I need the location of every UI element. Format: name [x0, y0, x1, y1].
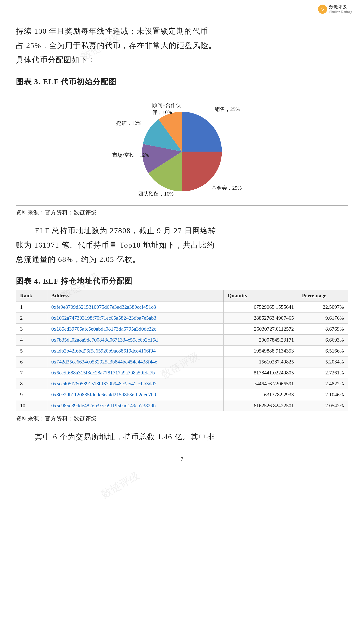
- chart4-source: 资料来源：官方资料；数链评级: [16, 415, 348, 422]
- cell-quantity: 26030727.0112572: [224, 324, 298, 335]
- logo-line2: Shulian Ratings: [329, 10, 352, 14]
- cell-percentage: 2.4822%: [298, 378, 348, 389]
- cell-percentage: 5.2034%: [298, 356, 348, 368]
- cell-address: 0x1062a747393198f70f71ec65a582423dba7e5a…: [47, 313, 224, 324]
- cell-percentage: 2.1046%: [298, 389, 348, 400]
- cell-address: 0x185ed39705afc5e0abda08173da6795a3d0dc2…: [47, 324, 224, 335]
- cell-quantity: 19549888.9134353: [224, 345, 298, 356]
- cell-quantity: 20007845.23171: [224, 335, 298, 345]
- label-market: 市场/空投，12%: [112, 152, 149, 158]
- cell-quantity: 15610287.49825: [224, 356, 298, 368]
- col-address: Address: [47, 290, 224, 302]
- pie-chart: 销售，25% 基金会，25% 团队预留，16% 市场/空投，12% 挖矿，12%…: [112, 100, 252, 199]
- cell-rank: 1: [16, 302, 47, 313]
- page-number: 7: [16, 456, 348, 462]
- col-quantity: Quantity: [224, 290, 298, 302]
- cell-rank: 5: [16, 345, 47, 356]
- cell-percentage: 9.6176%: [298, 313, 348, 324]
- cell-rank: 2: [16, 313, 47, 324]
- logo-line1: 数链评级: [329, 4, 352, 10]
- cell-address: 0x7b35da02a8a9de700843d0671334e55ec6b2c1…: [47, 335, 224, 345]
- cell-address: 0x6cc5f688a315f3dc28a7781717a9a798a59fda…: [47, 368, 224, 378]
- cell-rank: 3: [16, 324, 47, 335]
- address-table: Rank Address Quantity Percentage 1 0xfe9…: [16, 290, 348, 411]
- cell-quantity: 67529065.1555641: [224, 302, 298, 313]
- cell-rank: 6: [16, 356, 47, 368]
- col-percentage: Percentage: [298, 290, 348, 302]
- table-row: 9 0x80e2db1120835fdddc6ea4d215d8b3efb2de…: [16, 389, 348, 400]
- body-text-1: ELF 总持币地址数为 27808，截止 9 月 27 日网络转 账为 1613…: [16, 223, 348, 267]
- cell-quantity: 8178441.02249805: [224, 368, 298, 378]
- logo-icon: S: [318, 4, 328, 14]
- cell-address: 0x742d35cc6634c0532925a3b844bc454e4438f4…: [47, 356, 224, 368]
- table-row: 4 0x7b35da02a8a9de700843d0671334e55ec6b2…: [16, 335, 348, 345]
- cell-address: 0xfe9e8709d3215310075d67e3ed32a380ccf451…: [47, 302, 224, 313]
- label-sales: 销售，25%: [215, 106, 240, 113]
- table-row: 10 0x5c985e89dde482efe97ea9f1950ad149eb7…: [16, 400, 348, 411]
- chart3-container: 销售，25% 基金会，25% 团队预留，16% 市场/空投，12% 挖矿，12%…: [16, 92, 348, 205]
- label-advisor: 顾问+合作伙伴，10%: [152, 102, 181, 116]
- cell-rank: 9: [16, 389, 47, 400]
- table-row: 7 0x6cc5f688a315f3dc28a7781717a9a798a59f…: [16, 368, 348, 378]
- label-mining: 挖矿，12%: [116, 120, 141, 127]
- cell-address: 0xadb2b42f6bd96f5c65920b9ac88619dce4166f…: [47, 345, 224, 356]
- cell-percentage: 8.6769%: [298, 324, 348, 335]
- cell-quantity: 6313782.2933: [224, 389, 298, 400]
- cell-address: 0x80e2db1120835fdddc6ea4d215d8b3efb2dec7…: [47, 389, 224, 400]
- svg-text:S: S: [321, 7, 324, 12]
- cell-percentage: 22.5097%: [298, 302, 348, 313]
- col-rank: Rank: [16, 290, 47, 302]
- chart3-title: 图表 3. ELF 代币初始分配图: [16, 77, 348, 87]
- cell-quantity: 6162526.82422501: [224, 400, 298, 411]
- cell-address: 0x5cc405f7605891518bf379b948c3e541ecbb3d…: [47, 378, 224, 389]
- table-row: 8 0x5cc405f7605891518bf379b948c3e541ecbb…: [16, 378, 348, 389]
- label-foundation: 基金会，25%: [212, 185, 242, 191]
- watermark-5: 数链评级: [99, 469, 142, 501]
- intro-text: 持续 100 年且奖励每年线性递减；未设置锁定期的代币 占 25%，全为用于私募…: [16, 24, 348, 67]
- table-row: 6 0x742d35cc6634c0532925a3b844bc454e4438…: [16, 356, 348, 368]
- cell-percentage: 6.5166%: [298, 345, 348, 356]
- cell-quantity: 28852763.4907465: [224, 313, 298, 324]
- cell-address: 0x5c985e89dde482efe97ea9f1950ad149eb7382…: [47, 400, 224, 411]
- label-team: 团队预留，16%: [138, 190, 174, 197]
- cell-rank: 10: [16, 400, 47, 411]
- table-row: 3 0x185ed39705afc5e0abda08173da6795a3d0d…: [16, 324, 348, 335]
- cell-percentage: 6.6693%: [298, 335, 348, 345]
- header-logo: S 数链评级 Shulian Ratings: [318, 4, 352, 14]
- chart4-title: 图表 4. ELF 持仓地址代币分配图: [16, 276, 348, 286]
- cell-rank: 8: [16, 378, 47, 389]
- cell-quantity: 7446476.72066591: [224, 378, 298, 389]
- body-text-2: 其中 6 个为交易所地址，持币总数 1.46 亿。其中排: [16, 430, 348, 444]
- table-row: 5 0xadb2b42f6bd96f5c65920b9ac88619dce416…: [16, 345, 348, 356]
- cell-percentage: 2.0542%: [298, 400, 348, 411]
- cell-rank: 4: [16, 335, 47, 345]
- table-row: 2 0x1062a747393198f70f71ec65a582423dba7e…: [16, 313, 348, 324]
- chart3-source: 资料来源：官方资料；数链评级: [16, 209, 348, 216]
- table-row: 1 0xfe9e8709d3215310075d67e3ed32a380ccf4…: [16, 302, 348, 313]
- cell-percentage: 2.7261%: [298, 368, 348, 378]
- cell-rank: 7: [16, 368, 47, 378]
- pie-seg-sales: [182, 112, 222, 152]
